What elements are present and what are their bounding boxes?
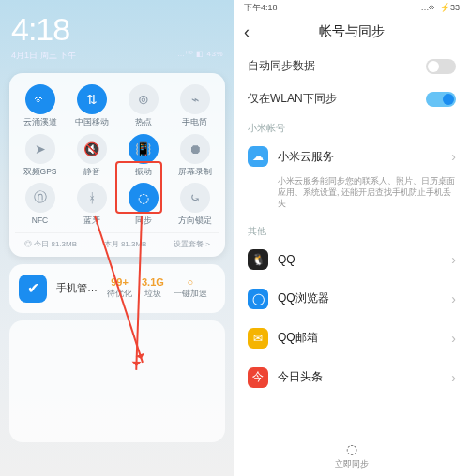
- auto-sync-label: 自动同步数据: [248, 58, 426, 74]
- bt-icon: ᚼ: [77, 183, 107, 213]
- chevron-right-icon: ›: [451, 331, 456, 346]
- qs-tile-data[interactable]: ⇅中国移动: [67, 82, 116, 128]
- app-icon: 🐧: [248, 249, 268, 270]
- wlan-only-label: 仅在WLAN下同步: [248, 91, 426, 107]
- qs-label: 手电筒: [182, 118, 207, 126]
- app-row-QQ[interactable]: 🐧QQ›: [234, 240, 469, 279]
- qs-tile-bt[interactable]: ᚼ蓝牙: [67, 181, 116, 227]
- nfc-icon: ⓝ: [25, 183, 55, 213]
- mi-cloud-label: 小米云服务: [278, 149, 442, 165]
- qs-label: NFC: [32, 216, 48, 225]
- section-mi-account: 小米帐号: [234, 114, 469, 137]
- qs-tile-mute[interactable]: 🔇静音: [67, 132, 116, 178]
- quick-settings-panel: ᯤ云涌溪道⇅中国移动⊚热点⌁手电筒➤双频GPS🔇静音📳振动⏺屏幕录制ⓝNFCᚼ蓝…: [9, 73, 225, 257]
- torch-icon: ⌁: [180, 84, 210, 114]
- qs-label: 蓝牙: [83, 216, 100, 225]
- app-label: QQ: [278, 253, 442, 266]
- status-time: 下午4:18: [244, 2, 278, 14]
- wlan-only-row[interactable]: 仅在WLAN下同步: [234, 83, 469, 114]
- qs-tile-sync[interactable]: ◌同步: [118, 181, 168, 227]
- qs-label: 振动: [135, 168, 152, 176]
- phone-manager-card[interactable]: ✔ 手机管… 99+待优化3.1G垃圾○一键加速: [9, 264, 225, 313]
- phone-manager-title: 手机管…: [56, 281, 98, 295]
- qs-tile-nfc[interactable]: ⓝNFC: [15, 181, 65, 227]
- hotspot-icon: ⊚: [129, 84, 159, 114]
- app-row-QQ邮箱[interactable]: ✉QQ邮箱›: [234, 319, 469, 358]
- app-label: QQ浏览器: [278, 290, 442, 306]
- qs-label: 同步: [135, 216, 152, 225]
- sync-icon: ◌: [129, 183, 159, 213]
- wifi-icon: ᯤ: [25, 84, 55, 114]
- qs-tile-vibrate[interactable]: 📳振动: [118, 132, 168, 178]
- settings-pane: 下午4:18 …ᯅ ⚡33 ‹ 帐号与同步 自动同步数据 仅在WLAN下同步 小…: [234, 0, 469, 476]
- app-row-QQ浏览器[interactable]: ◯QQ浏览器›: [234, 279, 469, 319]
- nav-icon: ➤: [25, 134, 55, 164]
- app-icon: 今: [248, 367, 268, 388]
- app-icon: ✉: [248, 328, 268, 349]
- qs-tile-wifi[interactable]: ᯤ云涌溪道: [15, 82, 65, 128]
- wlan-only-toggle[interactable]: [426, 92, 456, 107]
- sync-icon: ◌: [234, 441, 469, 456]
- auto-sync-row[interactable]: 自动同步数据: [234, 49, 469, 83]
- mute-icon: 🔇: [77, 134, 107, 164]
- chevron-right-icon: ›: [451, 370, 456, 385]
- metric: 99+待优化: [107, 276, 132, 300]
- qs-tile-record[interactable]: ⏺屏幕录制: [170, 132, 219, 178]
- app-label: QQ邮箱: [278, 330, 442, 346]
- vibrate-icon: 📳: [129, 134, 159, 164]
- page-title: 帐号与同步: [263, 23, 460, 40]
- mi-cloud-desc: 小米云服务能同步您的联系人、照片、日历桌面应用、系统设置, 还能开启查找手机防止…: [234, 176, 469, 217]
- chevron-right-icon: ›: [451, 149, 456, 164]
- qs-label: 方向锁定: [178, 216, 212, 225]
- app-label: 今日头条: [278, 369, 442, 385]
- qs-tile-nav[interactable]: ➤双频GPS: [15, 132, 65, 178]
- qs-tile-hotspot[interactable]: ⊚热点: [118, 82, 168, 128]
- qs-tile-lock[interactable]: ⤿方向锁定: [170, 181, 219, 227]
- auto-sync-toggle[interactable]: [426, 59, 456, 74]
- qs-label: 热点: [135, 118, 152, 126]
- status-icons-right: …ᯅ ⚡33: [420, 3, 460, 12]
- qs-label: 中国移动: [75, 118, 109, 126]
- lock-icon: ⤿: [180, 183, 210, 213]
- app-icon: ◯: [248, 289, 268, 309]
- quick-settings-pane: 4:18 4月1日 周三 下午 …ᴴᴰ ◧ 43% ᯤ云涌溪道⇅中国移动⊚热点⌁…: [0, 0, 234, 476]
- date-text: 4月1日 周三 下午: [11, 50, 76, 62]
- qs-label: 静音: [83, 168, 100, 176]
- data-today[interactable]: ◎ 今日 81.3MB: [24, 239, 77, 249]
- data-icon: ⇅: [77, 84, 107, 114]
- blank-card: [9, 320, 225, 442]
- clock: 4:18: [11, 11, 69, 48]
- section-other: 其他: [234, 217, 469, 240]
- qs-label: 屏幕录制: [178, 168, 212, 176]
- mi-cloud-row[interactable]: ☁ 小米云服务 ›: [234, 137, 469, 176]
- metric: ○一键加速: [174, 276, 207, 300]
- back-button[interactable]: ‹: [244, 22, 263, 42]
- app-row-今日头条[interactable]: 今今日头条›: [234, 358, 469, 397]
- record-icon: ⏺: [180, 134, 210, 164]
- chevron-right-icon: ›: [451, 252, 456, 267]
- cloud-icon: ☁: [248, 146, 268, 167]
- chevron-right-icon: ›: [451, 291, 456, 306]
- sync-now-button[interactable]: ◌ 立即同步: [234, 441, 469, 470]
- qs-label: 双频GPS: [23, 168, 57, 176]
- metric: 3.1G垃圾: [142, 276, 164, 300]
- status-icons: …ᴴᴰ ◧ 43%: [177, 50, 223, 62]
- shield-icon: ✔: [19, 275, 47, 303]
- qs-tile-torch[interactable]: ⌁手电筒: [170, 82, 219, 128]
- data-plan-link[interactable]: 设置套餐 >: [174, 239, 210, 249]
- data-month: 本月 81.3MB: [104, 239, 147, 249]
- qs-label: 云涌溪道: [23, 118, 57, 126]
